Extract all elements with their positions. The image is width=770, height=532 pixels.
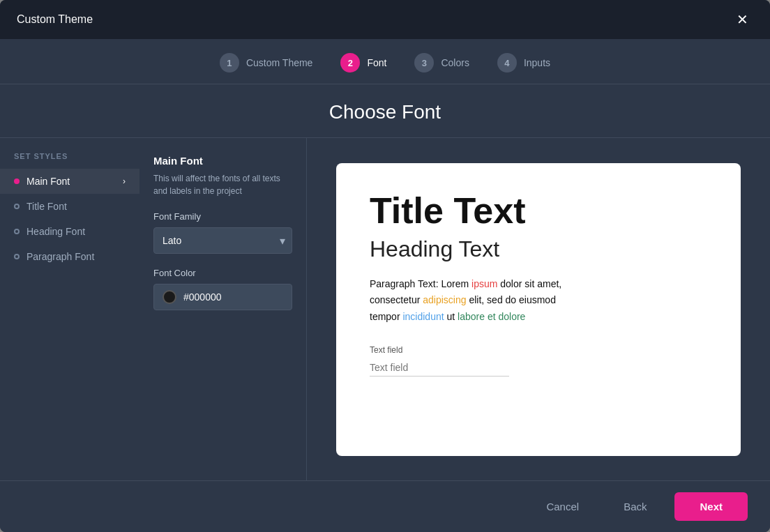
color-swatch [163,290,176,304]
para-word-6: elit, sed do eiusmod [467,294,556,305]
paragraph-font-dot [14,254,20,259]
color-value: #000000 [183,291,222,303]
title-font-label: Title Font [27,201,67,212]
close-button[interactable]: ✕ [731,8,753,31]
preview-card: Title Text Heading Text Paragraph Text: … [336,163,741,456]
step-4-num: 4 [497,53,517,73]
modal: Custom Theme ✕ 1 Custom Theme 2 Font 3 C… [0,0,770,532]
main-font-dot [14,178,20,184]
heading-font-label: Heading Font [27,226,85,237]
sidebar-item-title-font[interactable]: Title Font [0,194,139,219]
para-word-3: dolor sit amet, [497,278,561,289]
step-2[interactable]: 2 Font [340,53,386,73]
step-2-label: Font [367,57,386,68]
step-2-num: 2 [340,53,360,73]
step-3-num: 3 [414,53,434,73]
step-3-label: Colors [441,57,469,68]
preview-heading: Heading Text [370,236,707,262]
para-word-1: Paragraph Text: Lorem [370,278,471,289]
controls-desc: This will affect the fonts of all texts … [153,172,292,197]
font-family-wrapper: Lato Roboto Open Sans Montserrat Inter ▾ [153,227,292,254]
main-font-label: Main Font [27,176,70,187]
sidebar-section-label: SET STYLES [0,152,139,169]
stepper: 1 Custom Theme 2 Font 3 Colors 4 Inputs [0,39,770,84]
step-1[interactable]: 1 Custom Theme [220,53,312,73]
chevron-right-icon: › [123,176,126,186]
controls-title: Main Font [153,155,292,167]
sidebar-item-paragraph-font[interactable]: Paragraph Font [0,244,139,269]
controls-panel: Main Font This will affect the fonts of … [139,138,307,480]
title-font-dot [14,204,20,209]
modal-body: SET STYLES Main Font › Title Font Headin… [0,138,770,480]
modal-footer: Cancel Back Next [0,480,770,532]
content-title-bar: Choose Font [0,84,770,138]
font-family-label: Font Family [153,211,292,222]
next-button[interactable]: Next [674,492,748,521]
step-3[interactable]: 3 Colors [414,53,469,73]
para-word-7: tempor [370,311,402,322]
sidebar-item-main-font[interactable]: Main Font › [0,169,139,194]
cancel-button[interactable]: Cancel [529,492,596,521]
modal-header: Custom Theme ✕ [0,0,770,39]
step-4[interactable]: 4 Inputs [497,53,550,73]
modal-title: Custom Theme [17,13,93,26]
paragraph-font-label: Paragraph Font [27,251,94,262]
preview-title: Title Text [370,191,707,231]
font-family-select[interactable]: Lato Roboto Open Sans Montserrat Inter [153,227,292,254]
step-1-num: 1 [220,53,239,73]
sidebar-item-heading-font[interactable]: Heading Font [0,219,139,244]
color-picker[interactable]: #000000 [153,284,292,310]
font-color-label: Font Color [153,268,292,278]
para-word-2: ipsum [471,278,497,289]
preview-panel: Title Text Heading Text Paragraph Text: … [307,138,770,480]
preview-field-label: Text field [370,345,707,355]
heading-font-dot [14,229,20,234]
content-title: Choose Font [0,101,770,123]
preview-paragraph: Paragraph Text: Lorem ipsum dolor sit am… [370,276,707,326]
para-word-9: ut [444,311,458,322]
para-word-8: incididunt [402,311,444,322]
sidebar: SET STYLES Main Font › Title Font Headin… [0,138,139,480]
para-word-4: consectetur [370,294,423,305]
step-1-label: Custom Theme [246,57,312,68]
para-word-5: adipiscing [423,294,466,305]
back-button[interactable]: Back [607,492,663,521]
preview-text-field[interactable] [370,359,509,377]
step-4-label: Inputs [524,57,550,68]
para-word-10: labore et dolore [458,311,525,322]
